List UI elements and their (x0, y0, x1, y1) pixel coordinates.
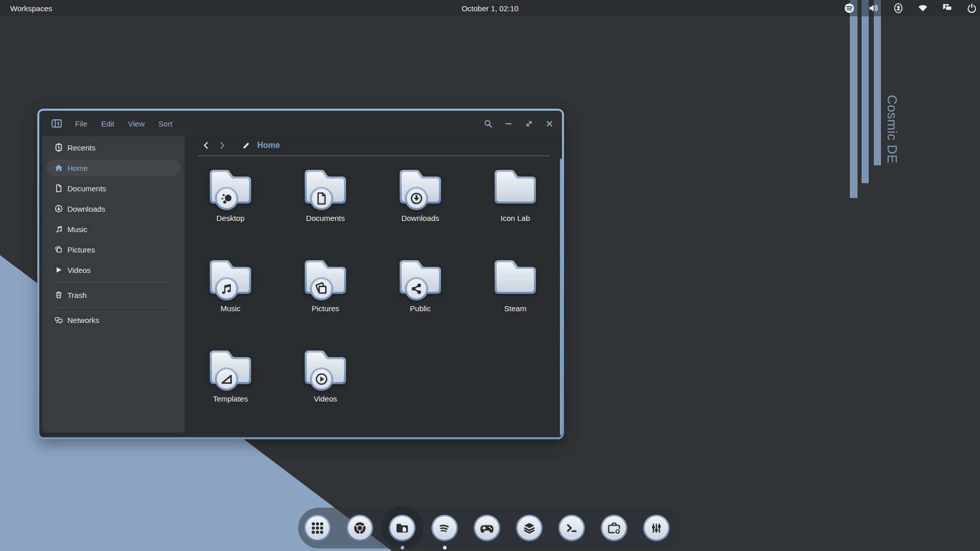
sidebar-item-label: Networks (67, 316, 100, 324)
file-item-desktop[interactable]: Desktop (187, 169, 274, 223)
sidebar-item-music[interactable]: Music (46, 221, 181, 237)
sidebar-item-label: Downloads (67, 205, 105, 213)
folder-icon (209, 260, 252, 300)
trash-icon (55, 291, 63, 299)
dock-item-shop (601, 515, 627, 541)
folder-icon (304, 260, 347, 300)
[interactable] (347, 515, 373, 541)
[interactable] (431, 515, 458, 541)
wallpaper-bar (862, 0, 869, 183)
bluetooth-icon (893, 3, 904, 14)
sidebar-item-label: Recents (67, 143, 95, 152)
networks-icon (55, 316, 63, 324)
download-icon (55, 205, 63, 213)
menu-sort[interactable]: Sort (158, 119, 173, 128)
[interactable] (643, 515, 670, 541)
back-button[interactable] (199, 138, 214, 153)
file-item-documents[interactable]: Documents (282, 169, 369, 223)
[interactable] (474, 515, 500, 541)
file-item-templates[interactable]: Templates (187, 350, 274, 404)
notifications-icon (942, 3, 953, 14)
file-item-label: Videos (282, 394, 369, 404)
folder-icon (399, 169, 442, 210)
file-manager-window: FileEditViewSort Recents Home Docu (37, 109, 564, 439)
sidebar-item-label: Trash (67, 291, 87, 299)
[interactable] (601, 515, 627, 541)
desktop: Cosmic DE Workspaces October 1, 02:10 Fi… (0, 0, 980, 551)
folder-icon (304, 169, 347, 210)
wifi-icon (917, 3, 928, 14)
spotify-icon (437, 520, 452, 536)
menu-view[interactable]: View (128, 119, 144, 128)
menubar: FileEditViewSort (75, 119, 173, 128)
clock[interactable]: October 1, 02:10 (0, 4, 980, 13)
tray-wifi[interactable] (917, 3, 928, 14)
menu-file[interactable]: File (75, 119, 87, 128)
sidebar-item-trash[interactable]: Trash (46, 287, 181, 303)
edit-icon (242, 141, 250, 149)
current-location: Home (257, 141, 280, 150)
file-item-steam[interactable]: Steam (472, 260, 559, 313)
breadcrumb-separator (198, 156, 550, 156)
tray-spotify[interactable] (844, 3, 855, 14)
tray-bluetooth[interactable] (893, 3, 904, 14)
minimize-button[interactable] (502, 117, 514, 130)
[interactable] (516, 515, 543, 541)
dock-item-app-grid (304, 515, 331, 541)
file-item-music[interactable]: Music (187, 260, 274, 313)
tray-notifications[interactable] (942, 3, 953, 14)
sidebar-item-videos[interactable]: Videos (46, 262, 181, 278)
sidebar-item-networks[interactable]: Networks (46, 312, 181, 328)
sidebar-item-documents[interactable]: Documents (46, 180, 181, 196)
forward-button[interactable] (214, 138, 230, 153)
dock-item-chrome (347, 515, 373, 541)
sidebar-item-pictures[interactable]: Pictures (46, 241, 181, 258)
folder-icon (209, 350, 252, 391)
file-item-icon-lab[interactable]: Icon Lab (472, 169, 559, 223)
 (55, 205, 63, 213)
 (55, 245, 63, 254)
search-button[interactable] (482, 117, 494, 130)
sidebar-item-recents[interactable]: Recents (46, 139, 181, 156)
sidebar-item-label: Pictures (67, 245, 95, 254)
file-item-label: Public (377, 304, 464, 313)
dock-item-spotify (431, 515, 458, 541)
file-item-label: Icon Lab (472, 214, 559, 223)
window-controls (482, 117, 555, 130)
maximize-button[interactable] (523, 117, 535, 130)
chrome-icon (352, 520, 368, 536)
file-item-pictures[interactable]: Pictures (282, 260, 369, 313)
scrollbar[interactable] (560, 159, 562, 435)
panel-content: Workspaces October 1, 02:10 (0, 0, 980, 16)
close-button[interactable] (543, 117, 555, 130)
 (55, 184, 63, 192)
home-icon (55, 164, 63, 172)
folder-icon (209, 169, 252, 210)
[interactable] (304, 515, 331, 541)
 (55, 316, 63, 324)
running-indicator (401, 546, 404, 549)
file-item-public[interactable]: Public (377, 260, 464, 313)
[interactable] (389, 515, 415, 541)
sidebar-divider (55, 307, 173, 308)
 (55, 225, 63, 233)
[interactable] (558, 515, 585, 541)
tray-volume[interactable] (868, 3, 879, 14)
file-item-videos[interactable]: Videos (282, 350, 369, 404)
sidebar-toggle-icon[interactable] (52, 119, 62, 128)
location-edit-button[interactable]: Home (242, 138, 280, 153)
sidebar-item-downloads[interactable]: Downloads (46, 201, 181, 217)
menu-edit[interactable]: Edit (101, 119, 114, 128)
dock-item-files (389, 515, 415, 541)
sidebar-item-home[interactable]: Home (46, 160, 181, 176)
titlebar[interactable]: FileEditViewSort (39, 111, 562, 136)
breadcrumb: Home (185, 136, 562, 156)
maximize-icon (525, 119, 533, 128)
file-item-label: Desktop (187, 214, 274, 223)
tray-power[interactable] (966, 3, 977, 14)
 (55, 143, 63, 152)
folder-icon (304, 350, 347, 391)
 (55, 266, 63, 274)
file-item-downloads[interactable]: Downloads (377, 169, 464, 223)
close-icon (545, 119, 554, 128)
